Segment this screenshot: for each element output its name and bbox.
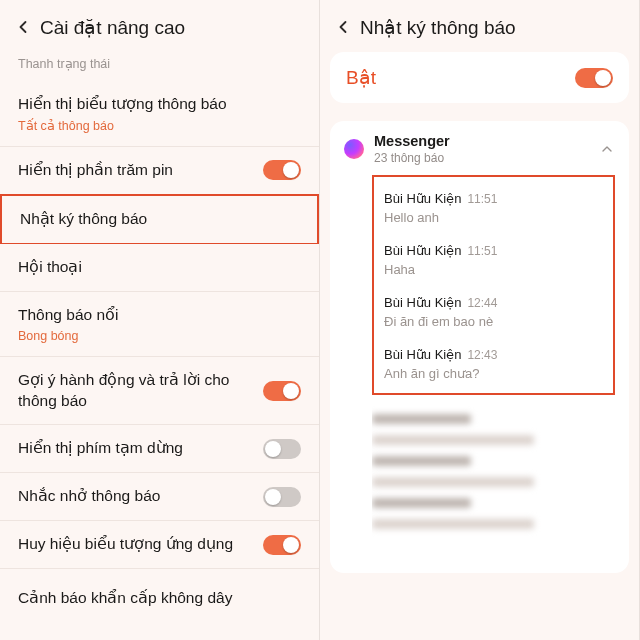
app-name: Messenger xyxy=(374,133,589,149)
app-header[interactable]: Messenger 23 thông báo xyxy=(344,133,615,165)
toggle-battery-percent[interactable] xyxy=(263,160,301,180)
notification-item[interactable]: Bùi Hữu Kiện12:43 Anh ăn gì chưa? xyxy=(384,339,603,391)
notif-body: Anh ăn gì chưa? xyxy=(384,366,603,381)
row-title: Cảnh báo khẩn cấp không dây xyxy=(18,588,301,609)
row-conversations[interactable]: Hội thoại xyxy=(0,244,319,292)
row-notification-reminder[interactable]: Nhắc nhở thông báo xyxy=(0,473,319,521)
row-suggest-actions[interactable]: Gợi ý hành động và trả lời cho thông báo xyxy=(0,357,319,426)
phone-left-settings: Cài đặt nâng cao Thanh trạng thái Hiển t… xyxy=(0,0,320,640)
notification-highlight-box: Bùi Hữu Kiện11:51 Hello anh Bùi Hữu Kiện… xyxy=(372,175,615,395)
notif-time: 11:51 xyxy=(467,192,497,206)
toggle-app-icon-badges[interactable] xyxy=(263,535,301,555)
row-title: Hội thoại xyxy=(18,257,301,278)
master-toggle-card: Bật xyxy=(330,52,629,103)
notification-item[interactable]: Bùi Hữu Kiện12:44 Đi ăn đi em bao nè xyxy=(384,287,603,339)
blurred-notifications xyxy=(372,403,552,563)
row-title: Nhật ký thông báo xyxy=(20,209,299,230)
row-subtitle: Tất cả thông báo xyxy=(18,118,301,133)
notif-time: 12:43 xyxy=(467,348,497,362)
phone-right-history: Nhật ký thông báo Bật Messenger 23 thông… xyxy=(320,0,640,640)
notification-item[interactable]: Bùi Hữu Kiện11:51 Hello anh xyxy=(384,183,603,235)
row-floating-notifications[interactable]: Thông báo nổi Bong bóng xyxy=(0,292,319,357)
toggle-show-snooze[interactable] xyxy=(263,439,301,459)
notif-sender: Bùi Hữu Kiện xyxy=(384,295,461,310)
row-notification-history[interactable]: Nhật ký thông báo xyxy=(0,194,319,245)
back-icon[interactable] xyxy=(10,14,36,40)
notif-sender: Bùi Hữu Kiện xyxy=(384,347,461,362)
notif-body: Haha xyxy=(384,262,603,277)
notif-time: 11:51 xyxy=(467,244,497,258)
row-emergency-alerts[interactable]: Cảnh báo khẩn cấp không dây xyxy=(0,575,319,622)
toggle-notification-reminder[interactable] xyxy=(263,487,301,507)
row-title: Thông báo nổi xyxy=(18,305,301,326)
row-title: Gợi ý hành động và trả lời cho thông báo xyxy=(18,370,263,412)
page-title-left: Cài đặt nâng cao xyxy=(40,16,185,39)
toggle-suggest-actions[interactable] xyxy=(263,381,301,401)
row-title: Nhắc nhở thông báo xyxy=(18,486,263,507)
toggle-master[interactable] xyxy=(575,68,613,88)
row-title: Hiển thị biểu tượng thông báo xyxy=(18,94,301,115)
section-label-statusbar: Thanh trạng thái xyxy=(0,52,319,81)
row-title: Hiển thị phím tạm dừng xyxy=(18,438,263,459)
notif-time: 12:44 xyxy=(467,296,497,310)
chevron-up-icon[interactable] xyxy=(599,141,615,157)
row-title: Huy hiệu biểu tượng ứng dụng xyxy=(18,534,263,555)
notif-body: Đi ăn đi em bao nè xyxy=(384,314,603,329)
app-subtitle: 23 thông báo xyxy=(374,151,589,165)
page-title-right: Nhật ký thông báo xyxy=(360,16,516,39)
row-app-icon-badges[interactable]: Huy hiệu biểu tượng ứng dụng xyxy=(0,521,319,569)
app-card-messenger: Messenger 23 thông báo Bùi Hữu Kiện11:51… xyxy=(330,121,629,573)
notification-item[interactable]: Bùi Hữu Kiện11:51 Haha xyxy=(384,235,603,287)
notif-sender: Bùi Hữu Kiện xyxy=(384,243,461,258)
back-icon[interactable] xyxy=(330,14,356,40)
row-notification-icons[interactable]: Hiển thị biểu tượng thông báo Tất cả thô… xyxy=(0,81,319,147)
row-subtitle: Bong bóng xyxy=(18,329,301,343)
messenger-icon xyxy=(344,139,364,159)
row-battery-percent[interactable]: Hiển thị phần trăm pin xyxy=(0,147,319,195)
notif-body: Hello anh xyxy=(384,210,603,225)
notif-sender: Bùi Hữu Kiện xyxy=(384,191,461,206)
header-left: Cài đặt nâng cao xyxy=(0,0,319,52)
master-toggle-label: Bật xyxy=(346,66,376,89)
row-title: Hiển thị phần trăm pin xyxy=(18,160,263,181)
row-show-snooze[interactable]: Hiển thị phím tạm dừng xyxy=(0,425,319,473)
header-right: Nhật ký thông báo xyxy=(320,0,639,52)
